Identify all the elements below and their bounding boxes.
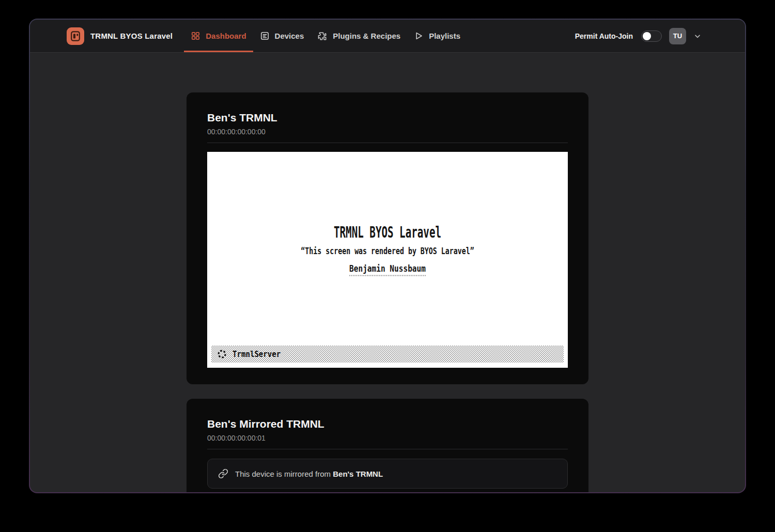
- dashboard-grid-icon: [191, 31, 200, 41]
- app-window-frame: TRMNL BYOS Laravel Dashboard: [29, 19, 746, 493]
- device-name: Ben's Mirrored TRMNL: [207, 418, 568, 430]
- tab-dashboard[interactable]: Dashboard: [184, 20, 253, 52]
- top-nav: TRMNL BYOS Laravel Dashboard: [30, 20, 745, 53]
- screen-status-bar: TrmnlServer: [211, 346, 564, 363]
- screen-author-wrap: Benjamin Nussbaum: [207, 263, 568, 276]
- devices-list-icon: [260, 31, 270, 41]
- device-card-bens-mirrored-trmnl: Ben's Mirrored TRMNL 00:00:00:00:00:01 T…: [187, 399, 588, 492]
- play-icon: [414, 31, 424, 41]
- nav-right: Permit Auto-Join TU: [575, 28, 702, 44]
- status-bar-label: TrmnlServer: [233, 349, 281, 359]
- brand: TRMNL BYOS Laravel: [67, 27, 173, 45]
- tab-playlists[interactable]: Playlists: [407, 20, 467, 52]
- chevron-down-icon[interactable]: [693, 32, 702, 40]
- device-name: Ben's TRMNL: [207, 112, 568, 124]
- nav-tabs: Dashboard Devices: [184, 20, 467, 52]
- device-mac-address: 00:00:00:00:00:01: [207, 434, 568, 442]
- screen-quote: “This screen was rendered by BYOS Larave…: [247, 246, 528, 256]
- user-avatar[interactable]: TU: [669, 28, 686, 44]
- toggle-knob: [643, 32, 651, 40]
- tab-label: Dashboard: [206, 32, 246, 40]
- mirror-source-device: Ben's TRMNL: [333, 470, 383, 478]
- device-mac-address: 00:00:00:00:00:00: [207, 128, 568, 136]
- mirror-info-text: This device is mirrored from Ben's TRMNL: [235, 470, 383, 478]
- screen-title: TRMNL BYOS Laravel: [272, 223, 503, 241]
- tab-plugins-recipes[interactable]: Plugins & Recipes: [311, 20, 407, 52]
- link-icon: [218, 468, 228, 479]
- dashboard-content: Ben's TRMNL 00:00:00:00:00:00 TRMNL BYOS…: [30, 53, 745, 492]
- tab-label: Devices: [275, 32, 304, 40]
- permit-auto-join-toggle[interactable]: [641, 30, 662, 42]
- device-screen-preview: TRMNL BYOS Laravel “This screen was rend…: [207, 152, 568, 368]
- device-card-bens-trmnl: Ben's TRMNL 00:00:00:00:00:00 TRMNL BYOS…: [187, 92, 588, 384]
- app-title: TRMNL BYOS Laravel: [90, 32, 173, 40]
- puzzle-icon: [317, 31, 328, 41]
- tab-label: Plugins & Recipes: [333, 32, 400, 40]
- spinner-icon: [216, 349, 227, 359]
- trmnl-logo-icon: [67, 27, 84, 45]
- screen-author: Benjamin Nussbaum: [349, 263, 426, 276]
- tab-devices[interactable]: Devices: [253, 20, 311, 52]
- divider: [207, 143, 568, 143]
- mirror-info-box: This device is mirrored from Ben's TRMNL: [207, 459, 568, 489]
- tab-label: Playlists: [429, 32, 460, 40]
- permit-auto-join-label: Permit Auto-Join: [575, 32, 633, 40]
- app-window: TRMNL BYOS Laravel Dashboard: [30, 20, 745, 492]
- divider: [207, 449, 568, 449]
